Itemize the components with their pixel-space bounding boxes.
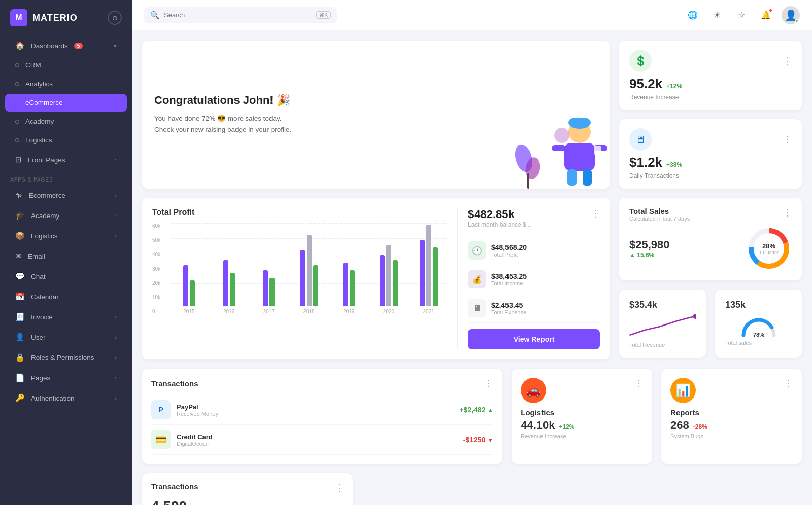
logistics-app-chevron: › — [115, 233, 117, 239]
main-area: 🔍 ⌘K 🌐 ☀ ☆ 🔔 👤 Congratulations John! 🎉 Y… — [132, 0, 812, 505]
chat-label: Chat — [31, 273, 46, 280]
reports-widget: 📊 ⋮ Reports 268 -28% System Bugs — [661, 369, 802, 464]
revenue-sparkline — [629, 312, 696, 338]
sidebar-item-ecommerce-app[interactable]: 🛍 Ecommerce › — [5, 186, 127, 205]
analytics-label: Analytics — [25, 80, 53, 88]
sidebar-item-academy[interactable]: Academy — [5, 113, 127, 130]
reports-widget-menu[interactable]: ⋮ — [784, 378, 793, 389]
sidebar-item-analytics[interactable]: Analytics — [5, 75, 127, 93]
sidebar-item-email[interactable]: ✉ Email — [5, 246, 127, 266]
logistics-widget-menu[interactable]: ⋮ — [634, 378, 643, 389]
congrats-greeting: Congratulations John! 🎉 — [154, 94, 291, 107]
txn-sub-paypal: Received Money — [177, 411, 218, 417]
sales-gauge-svg: 78% — [738, 312, 779, 338]
profit-menu[interactable]: ⋮ — [591, 208, 600, 219]
stat-row-expense: 🖥 $2,453.45 Total Expense — [468, 294, 600, 323]
bar-gray-2021 — [426, 225, 431, 306]
x-label-2015: 2015 — [183, 309, 194, 314]
academy-app-label: Academy — [31, 212, 59, 220]
avatar-online-indicator — [795, 19, 799, 24]
roles-icon: 🔒 — [15, 353, 25, 362]
sidebar-item-calendar[interactable]: 📅 Calendar — [5, 287, 127, 306]
bar-green-2019 — [350, 270, 355, 306]
roles-chevron: › — [115, 354, 117, 360]
stat-row-profit: 🕐 $48,568.20 Total Profit — [468, 236, 600, 265]
congrats-line1: You have done 72% 😎 more sales today. — [154, 113, 291, 124]
user-chevron: › — [115, 334, 117, 340]
ecommerce-app-label: Ecommerce — [29, 192, 65, 199]
plant-svg — [514, 138, 544, 189]
revenue-card: 💲 ⋮ 95.2k +12% Revenue Increase — [619, 41, 802, 110]
logistics-app-label: Logistics — [31, 232, 58, 240]
transactions-card-top: 🖥 ⋮ $1.2k +38% Daily Transactions — [619, 119, 802, 189]
bar-gray-2020 — [386, 245, 391, 306]
stat-val-expense: $2,453.45 — [491, 301, 526, 309]
sidebar-item-ecommerce[interactable]: eCommerce — [5, 94, 127, 112]
bar-green-2018 — [313, 265, 318, 306]
calendar-label: Calendar — [31, 293, 59, 301]
total-sales-menu[interactable]: ⋮ — [783, 207, 792, 218]
transactions-bottom-title: Transactions — [151, 379, 198, 388]
analytics-dot — [15, 82, 19, 86]
transactions-value: $1.2k — [629, 155, 662, 170]
stat-icon-expense: 🖥 — [468, 299, 486, 317]
bar-group-2019: 2019 — [330, 263, 367, 314]
donut-container: 28% 1 Quarter — [746, 226, 792, 271]
search-input[interactable] — [164, 11, 312, 19]
user-avatar[interactable]: 👤 — [782, 6, 800, 24]
two-mini-cards: $35.4k Total Revenue 135k — [619, 290, 802, 358]
bar-purple-2017 — [263, 270, 268, 306]
right-top-cards: 💲 ⋮ 95.2k +12% Revenue Increase 🖥 ⋮ — [619, 41, 802, 189]
sidebar-item-logistics-app[interactable]: 📦 Logistics › — [5, 226, 127, 245]
ecommerce-label: eCommerce — [25, 99, 63, 106]
row1-grid: Congratulations John! 🎉 You have done 72… — [142, 41, 802, 189]
sidebar-item-chat[interactable]: 💬 Chat — [5, 267, 127, 286]
pages-chevron: › — [115, 375, 117, 381]
auth-chevron: › — [115, 395, 117, 401]
bar-group-2016: 2016 — [211, 260, 248, 314]
sidebar-item-roles[interactable]: 🔒 Roles & Permissions › — [5, 348, 127, 367]
sidebar-target-icon[interactable]: ⊙ — [108, 11, 122, 25]
theme-icon[interactable]: ☀ — [708, 7, 726, 24]
sidebar-item-auth[interactable]: 🔑 Authentication › — [5, 388, 127, 408]
profit-title: Total Profit — [152, 208, 194, 217]
sidebar-item-pages[interactable]: 📄 Pages › — [5, 368, 127, 387]
crm-dot — [15, 63, 19, 67]
transactions-menu[interactable]: ⋮ — [783, 134, 792, 145]
sidebar-item-crm[interactable]: CRM — [5, 56, 127, 74]
revenue-menu[interactable]: ⋮ — [783, 55, 792, 66]
sidebar-logo: M MATERIO ⊙ — [0, 0, 132, 35]
logistics-dot — [15, 138, 19, 142]
sidebar-item-dashboards[interactable]: 🏠 Dashboards 5 ▾ — [5, 36, 127, 55]
search-shortcut: ⌘K — [316, 11, 331, 19]
x-label-2016: 2016 — [223, 309, 234, 314]
stat-row-income: 💰 $38,453.25 Total Income — [468, 265, 600, 294]
view-report-button[interactable]: View Report — [468, 329, 600, 349]
revenue-card-header: 💲 ⋮ — [629, 50, 792, 72]
front-pages-chevron: › — [115, 157, 117, 163]
sidebar-item-user[interactable]: 👤 User › — [5, 328, 127, 347]
search-box[interactable]: 🔍 ⌘K — [144, 7, 337, 23]
sidebar: M MATERIO ⊙ 🏠 Dashboards 5 ▾ CRM Analyti… — [0, 0, 132, 505]
sidebar-item-academy-app[interactable]: 🎓 Academy › — [5, 206, 127, 225]
congrats-line2: Check your new raising badge in your pro… — [154, 124, 291, 135]
notification-icon[interactable]: 🔔 — [757, 7, 774, 24]
donut-pct: 28% — [759, 242, 779, 250]
transactions-sub: Daily Transactions — [629, 172, 792, 179]
bar-green-2016 — [230, 273, 235, 306]
total-sales-mini-card: 135k 78% Total sales — [715, 290, 802, 358]
donut-label: 1 Quarter — [759, 250, 779, 255]
sidebar-item-logistics[interactable]: Logistics — [5, 131, 127, 149]
dashboards-badge: 5 — [74, 43, 83, 49]
transactions-bottom-menu[interactable]: ⋮ — [484, 378, 493, 389]
sidebar-item-invoice[interactable]: 🧾 Invoice › — [5, 307, 127, 327]
sidebar-item-front-pages[interactable]: ⊡ Front Pages › — [5, 150, 127, 169]
star-icon[interactable]: ☆ — [733, 7, 750, 24]
transactions-icon: 🖥 — [629, 128, 652, 151]
x-label-2018: 2018 — [303, 309, 314, 314]
profit-title-row: Total Profit — [152, 208, 447, 217]
translate-icon[interactable]: 🌐 — [684, 7, 701, 24]
revenue-icon: 💲 — [629, 50, 652, 72]
traffic-menu[interactable]: ⋮ — [334, 482, 344, 493]
apps-section-label: APPS & PAGES — [0, 170, 132, 186]
